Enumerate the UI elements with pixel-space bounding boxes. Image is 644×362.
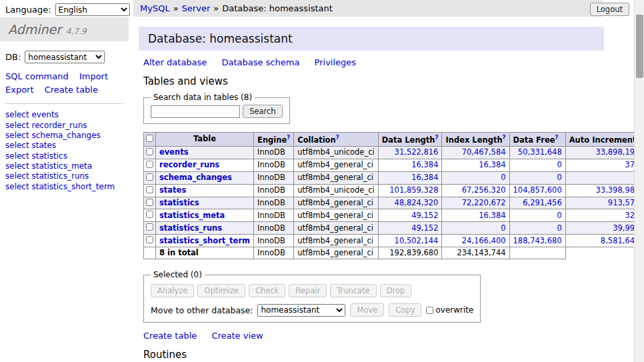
collation-cell: utf8mb4_general_ci — [294, 171, 379, 184]
drop-button[interactable]: Drop — [380, 284, 412, 297]
check-button[interactable]: Check — [249, 284, 285, 297]
create-table-link-main[interactable]: Create table — [143, 331, 197, 341]
truncate-button[interactable]: Truncate — [330, 284, 377, 297]
row-checkbox[interactable] — [146, 148, 153, 155]
column-header: Data Length? — [378, 133, 442, 147]
data-free-link[interactable]: 6,291,456 — [523, 198, 562, 207]
data-length-link[interactable]: 16,384 — [411, 173, 438, 182]
data-length-link[interactable]: 48,824,320 — [395, 198, 439, 207]
row-checkbox[interactable] — [146, 211, 153, 218]
logout-button[interactable]: Logout — [590, 3, 629, 16]
data-length-link[interactable]: 31,522,816 — [395, 147, 439, 157]
database-actions: Alter database Database schema Privilege… — [143, 57, 604, 67]
search-button[interactable]: Search — [243, 105, 283, 118]
table-name-link[interactable]: states — [159, 185, 186, 195]
breadcrumb-server-link[interactable]: Server — [182, 3, 211, 13]
table-name-link[interactable]: statistics_meta — [159, 211, 225, 220]
import-link[interactable]: Import — [79, 71, 108, 81]
row-checkbox[interactable] — [146, 223, 153, 231]
overwrite-checkbox[interactable] — [426, 307, 433, 314]
sidebar-table-link[interactable]: select statistics_runs — [5, 171, 123, 181]
data-length-link[interactable]: 10,502,144 — [395, 236, 439, 245]
column-help-link[interactable]: ? — [555, 134, 559, 141]
move-db-select[interactable]: homeassistant — [257, 304, 345, 317]
sidebar-table-link[interactable]: select schema_changes — [5, 131, 123, 141]
table-name-link[interactable]: statistics — [159, 198, 199, 207]
app-name: Adminer — [8, 22, 61, 37]
column-help-link[interactable]: ? — [336, 134, 339, 141]
breadcrumb: MySQL » Server » Database: homeassistant — [133, 0, 603, 17]
analyze-button[interactable]: Analyze — [151, 284, 194, 297]
data-free-link[interactable]: 0 — [557, 211, 561, 220]
row-checkbox[interactable] — [146, 199, 153, 206]
auto-increment-link[interactable]: 33,398,984 — [596, 185, 640, 195]
data-free-link[interactable]: 0 — [557, 223, 561, 233]
repair-button[interactable]: Repair — [289, 284, 327, 297]
sidebar-table-link[interactable]: select statistics_meta — [5, 161, 123, 171]
row-checkbox[interactable] — [146, 161, 153, 168]
index-length-link[interactable]: 0 — [501, 173, 505, 182]
data-length-link[interactable]: 16,384 — [411, 160, 438, 169]
data-length-link[interactable]: 49,152 — [411, 223, 438, 233]
data-free-link[interactable]: 104,857,600 — [513, 185, 562, 195]
row-checkbox[interactable] — [146, 173, 153, 181]
sidebar-table-link[interactable]: select recorder_runs — [5, 121, 123, 131]
language-label: Language: — [5, 5, 51, 15]
sidebar-table-link[interactable]: select statistics — [5, 151, 123, 161]
alter-database-link[interactable]: Alter database — [143, 57, 207, 67]
table-name-link[interactable]: events — [159, 147, 189, 157]
app-version: 4.7.9 — [66, 27, 87, 36]
database-schema-link[interactable]: Database schema — [222, 57, 300, 67]
data-length-cell: 48,824,320 — [378, 197, 442, 209]
sidebar-table-link[interactable]: select states — [5, 141, 123, 151]
move-button[interactable]: Move — [350, 303, 384, 317]
column-help-link[interactable]: ? — [435, 134, 439, 141]
table-name-link[interactable]: statistics_short_term — [159, 236, 250, 245]
db-select[interactable]: homeassistant — [25, 51, 105, 63]
index-length-link[interactable]: 72,220,672 — [462, 198, 506, 207]
data-length-cell: 49,152 — [378, 222, 442, 235]
row-checkbox[interactable] — [146, 186, 153, 193]
scrollbar-thumb[interactable] — [636, 15, 643, 78]
select-all-checkbox[interactable] — [146, 135, 153, 142]
column-header: Engine? — [254, 133, 294, 147]
data-free-link[interactable]: 188,743,680 — [513, 236, 562, 245]
data-length-link[interactable]: 101,859,328 — [389, 185, 438, 195]
data-free-link[interactable]: 50,331,648 — [518, 147, 562, 157]
auto-increment-link[interactable]: 33,898,196 — [596, 147, 640, 157]
privileges-link[interactable]: Privileges — [315, 57, 357, 67]
index-length-link[interactable]: 16,384 — [479, 160, 505, 169]
index-length-link[interactable]: 70,467,584 — [462, 147, 506, 157]
vertical-scrollbar[interactable] — [634, 0, 644, 362]
table-name-link[interactable]: schema_changes — [159, 173, 232, 182]
create-view-link[interactable]: Create view — [211, 331, 263, 341]
index-length-link[interactable]: 0 — [501, 223, 505, 233]
data-free-link[interactable]: 0 — [557, 160, 561, 169]
table-name-link[interactable]: recorder_runs — [159, 160, 219, 169]
breadcrumb-mysql-link[interactable]: MySQL — [140, 3, 170, 13]
data-free-cell: 188,743,680 — [509, 235, 565, 247]
language-select[interactable]: English — [55, 3, 130, 16]
sidebar-table-link[interactable]: select events — [5, 110, 123, 120]
data-free-link[interactable]: 0 — [557, 173, 561, 182]
index-length-cell: 0 — [442, 171, 509, 184]
search-input[interactable] — [151, 105, 240, 118]
copy-button[interactable]: Copy — [389, 303, 421, 317]
data-length-cell: 101,859,328 — [378, 184, 442, 197]
collation-cell: utf8mb4_general_ci — [294, 159, 379, 171]
row-checkbox[interactable] — [146, 236, 153, 243]
optimize-button[interactable]: Optimize — [197, 284, 245, 297]
column-help-link[interactable]: ? — [503, 134, 506, 141]
data-length-link[interactable]: 49,152 — [411, 211, 438, 220]
sidebar-table-link[interactable]: select statistics_short_term — [5, 182, 123, 192]
totals-row: 8 in totalInnoDButf8mb4_general_ci192,83… — [144, 247, 644, 259]
selected-fieldset: Selected (0) AnalyzeOptimizeCheckRepairT… — [143, 270, 481, 323]
sql-command-link[interactable]: SQL command — [5, 71, 69, 81]
index-length-link[interactable]: 67,256,320 — [462, 185, 506, 195]
index-length-link[interactable]: 16,384 — [479, 211, 505, 220]
table-name-link[interactable]: statistics_runs — [159, 223, 222, 233]
create-table-link[interactable]: Create table — [45, 85, 98, 95]
column-help-link[interactable]: ? — [287, 134, 290, 141]
export-link[interactable]: Export — [5, 85, 34, 95]
index-length-link[interactable]: 24,166,400 — [462, 236, 506, 245]
